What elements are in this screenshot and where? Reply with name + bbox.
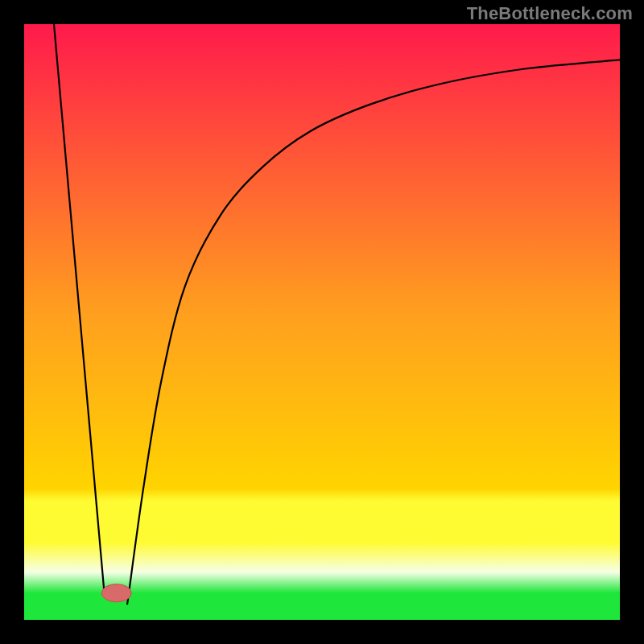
chart-svg <box>24 24 620 620</box>
trough-marker <box>101 584 131 602</box>
gradient-background <box>24 24 620 620</box>
chart-frame: TheBottleneck.com <box>0 0 644 644</box>
watermark-text: TheBottleneck.com <box>467 3 633 24</box>
plot-area <box>24 24 620 620</box>
